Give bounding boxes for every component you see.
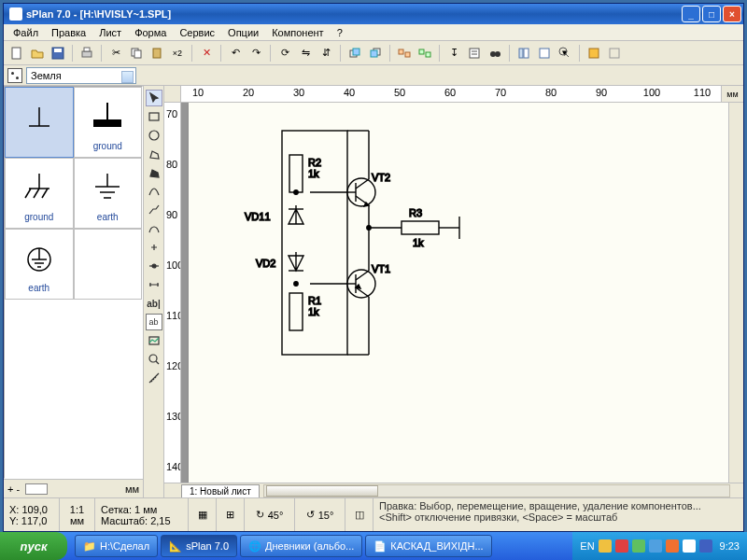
tool-circle[interactable] xyxy=(146,127,162,144)
taskbar: пуск 📁H:\Сделал 📐sPlan 7.0 🌐Дневники (ал… xyxy=(0,532,747,560)
layout2-button[interactable] xyxy=(535,44,554,63)
copy-button[interactable] xyxy=(127,44,146,63)
tool-textbox[interactable]: ab xyxy=(146,314,162,330)
vertical-scrollbar[interactable] xyxy=(728,103,743,483)
tool-polyfill[interactable] xyxy=(146,164,162,181)
delete-button[interactable]: ✕ xyxy=(197,44,216,63)
fliph-button[interactable]: ⇋ xyxy=(296,44,315,63)
grid-icon[interactable]: ▦ xyxy=(198,509,207,521)
tray-icon[interactable] xyxy=(649,539,662,553)
minimize-button[interactable]: _ xyxy=(682,6,700,22)
menu-file[interactable]: Файл xyxy=(7,25,44,40)
menu-form[interactable]: Форма xyxy=(129,25,172,40)
rotate-icon[interactable]: ↻ xyxy=(256,509,264,521)
ruler-vertical: 708090100110120130140150 xyxy=(164,103,181,483)
unit-label: мм xyxy=(125,483,139,495)
tool-rect[interactable] xyxy=(146,108,162,125)
tool-dim[interactable] xyxy=(146,276,162,293)
tray-icon[interactable] xyxy=(615,539,628,553)
list-button[interactable] xyxy=(465,44,484,63)
save-button[interactable] xyxy=(49,44,67,63)
menu-sheet[interactable]: Лист xyxy=(93,25,127,40)
tool-bezier[interactable] xyxy=(146,220,162,237)
rot15: 15° xyxy=(318,510,334,521)
taskbar-item[interactable]: 📁H:\Сделал xyxy=(75,535,158,557)
rotate-button[interactable]: ⟳ xyxy=(275,44,294,63)
layout1-button[interactable] xyxy=(514,44,533,63)
maximize-button[interactable]: □ xyxy=(702,6,721,22)
svg-line-34 xyxy=(25,189,31,198)
palette-item-earth-circle[interactable]: earth xyxy=(5,229,74,300)
color-button[interactable] xyxy=(585,44,603,63)
close-button[interactable]: × xyxy=(723,6,741,22)
library-dropdown[interactable]: Земля xyxy=(26,67,136,84)
clock[interactable]: 9:23 xyxy=(720,540,740,552)
zoom-plusminus[interactable]: + - xyxy=(7,483,20,495)
taskbar-item[interactable]: 📐sPlan 7.0 xyxy=(161,535,237,557)
palette-item-gnd[interactable] xyxy=(5,87,74,158)
layers-icon[interactable]: ◫ xyxy=(355,509,364,521)
style-swatch[interactable] xyxy=(25,483,48,495)
menu-component[interactable]: Компонент xyxy=(266,25,329,40)
tool-poly[interactable] xyxy=(146,146,162,162)
color2-button[interactable] xyxy=(605,44,624,63)
svg-rect-31 xyxy=(93,119,121,127)
random-icon[interactable] xyxy=(7,68,22,83)
paste-button[interactable] xyxy=(148,44,166,63)
drawing-canvas[interactable]: R2 1k R1 1k V xyxy=(181,103,728,483)
svg-rect-21 xyxy=(519,49,523,58)
tool-zoom[interactable] xyxy=(146,351,162,368)
palette-item-empty[interactable] xyxy=(74,229,143,300)
sidebar: ground ground earth earth + - xyxy=(4,86,144,497)
zoomfit-button[interactable]: ▾ xyxy=(556,44,574,63)
taskbar-item[interactable]: 📄КАСКАД_ВИХІДН... xyxy=(365,535,491,557)
group-button[interactable] xyxy=(395,44,414,63)
lang-indicator[interactable]: EN xyxy=(580,540,594,552)
tray-icon[interactable] xyxy=(666,539,679,553)
svg-point-91 xyxy=(294,282,298,286)
menu-options[interactable]: Опции xyxy=(222,25,264,40)
tray-icon[interactable] xyxy=(599,539,612,553)
rotate2-icon[interactable]: ↺ xyxy=(306,509,315,521)
tool-text[interactable]: ab| xyxy=(146,295,162,312)
tool-pointer[interactable] xyxy=(146,90,162,106)
tray-icon[interactable] xyxy=(699,539,712,553)
open-button[interactable] xyxy=(28,44,47,63)
svg-rect-0 xyxy=(12,48,21,59)
svg-rect-13 xyxy=(405,52,410,57)
palette-item-earth3[interactable]: earth xyxy=(74,158,143,229)
sheet-tab[interactable]: 1: Новый лист xyxy=(181,484,260,497)
back-button[interactable] xyxy=(366,44,385,63)
menu-help[interactable]: ? xyxy=(331,25,348,40)
dup-button[interactable]: ×2 xyxy=(168,44,187,63)
undo-button[interactable]: ↶ xyxy=(226,44,245,63)
front-button[interactable] xyxy=(345,44,364,63)
flipv-button[interactable]: ⇵ xyxy=(317,44,335,63)
svg-point-51 xyxy=(149,355,157,362)
menu-service[interactable]: Сервис xyxy=(174,25,220,40)
tray-icon[interactable] xyxy=(632,539,645,553)
align-button[interactable]: ↧ xyxy=(444,44,463,63)
snap-icon[interactable]: ⊞ xyxy=(226,509,234,521)
menu-edit[interactable]: Правка xyxy=(46,25,92,40)
binoculars-button[interactable] xyxy=(486,44,504,63)
tool-column: ab| ab xyxy=(144,86,164,497)
tool-measure[interactable] xyxy=(146,370,162,386)
tool-curve[interactable] xyxy=(146,183,162,200)
new-button[interactable] xyxy=(7,44,26,63)
ungroup-button[interactable] xyxy=(416,44,434,63)
palette-item-ground-thick[interactable]: ground xyxy=(74,87,143,158)
cut-button[interactable]: ✂ xyxy=(106,44,125,63)
palette-item-chassis[interactable]: ground xyxy=(5,158,74,229)
start-button[interactable]: пуск xyxy=(0,532,67,560)
tool-special[interactable] xyxy=(146,239,162,256)
svg-text:1k: 1k xyxy=(413,237,424,248)
tray-icon[interactable] xyxy=(683,539,696,553)
tool-image[interactable] xyxy=(146,332,162,349)
horizontal-scrollbar[interactable]: 1: Новый лист xyxy=(164,483,743,497)
print-button[interactable] xyxy=(78,44,96,63)
tool-node[interactable] xyxy=(146,258,162,274)
tool-line[interactable] xyxy=(146,202,162,218)
redo-button[interactable]: ↷ xyxy=(247,44,265,63)
taskbar-item[interactable]: 🌐Дневники (альбо... xyxy=(240,535,362,557)
